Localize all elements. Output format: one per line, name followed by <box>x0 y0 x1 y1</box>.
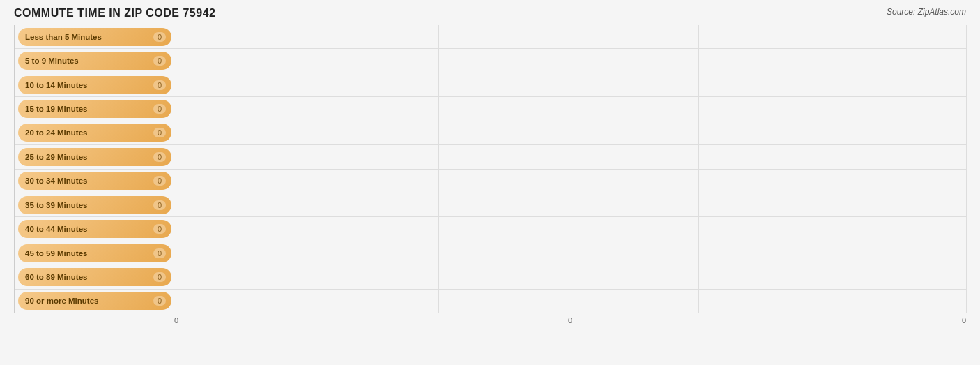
bar-row: 30 to 34 Minutes0 <box>15 170 966 193</box>
chart-header: COMMUTE TIME IN ZIP CODE 75942 Source: Z… <box>14 7 966 20</box>
bar-label-pill: 25 to 29 Minutes0 <box>18 148 171 166</box>
bar-label-value: 0 <box>153 32 166 42</box>
bar-label-pill: 30 to 34 Minutes0 <box>18 172 171 190</box>
bar-label-value: 0 <box>153 248 166 258</box>
bar-row: 25 to 29 Minutes0 <box>15 145 966 169</box>
chart-source: Source: ZipAtlas.com <box>887 7 966 17</box>
x-axis-label: 0 <box>962 316 966 325</box>
bar-label-pill: 20 to 24 Minutes0 <box>18 124 171 142</box>
bar-label-value: 0 <box>153 224 166 234</box>
bar-track <box>171 49 966 72</box>
bar-label-pill: 45 to 59 Minutes0 <box>18 244 171 262</box>
bar-track <box>171 217 966 240</box>
bar-label-text: 45 to 59 Minutes <box>25 249 149 258</box>
bar-label-pill: 90 or more Minutes0 <box>18 292 171 310</box>
bar-label-text: 60 to 89 Minutes <box>25 273 149 281</box>
bar-label-text: 40 to 44 Minutes <box>25 225 149 233</box>
bar-track <box>171 121 966 144</box>
bar-label-pill: 15 to 19 Minutes0 <box>18 100 171 118</box>
bar-label-value: 0 <box>153 296 166 306</box>
bar-row: 15 to 19 Minutes0 <box>15 97 966 121</box>
bar-track <box>171 145 966 168</box>
bar-label-text: 35 to 39 Minutes <box>25 201 149 209</box>
bar-track <box>171 265 966 288</box>
bar-label-value: 0 <box>153 104 166 114</box>
bar-label-text: 5 to 9 Minutes <box>25 57 149 65</box>
bar-label-value: 0 <box>153 80 166 90</box>
bar-track <box>171 170 966 193</box>
chart-area: Less than 5 Minutes05 to 9 Minutes010 to… <box>14 25 966 313</box>
bar-label-text: Less than 5 Minutes <box>25 33 149 41</box>
bar-label-text: 20 to 24 Minutes <box>25 128 149 137</box>
bar-label-pill: Less than 5 Minutes0 <box>18 28 171 46</box>
chart-container: COMMUTE TIME IN ZIP CODE 75942 Source: Z… <box>0 0 980 365</box>
bar-row: 35 to 39 Minutes0 <box>15 193 966 217</box>
bar-label-value: 0 <box>153 272 166 282</box>
bar-track <box>171 290 966 313</box>
bar-label-pill: 35 to 39 Minutes0 <box>18 196 171 214</box>
bar-label-text: 90 or more Minutes <box>25 297 149 305</box>
x-axis-label: 0 <box>174 316 178 325</box>
bar-label-value: 0 <box>153 200 166 210</box>
bar-label-pill: 5 to 9 Minutes0 <box>18 52 171 70</box>
bar-track <box>171 73 966 96</box>
bar-label-text: 15 to 19 Minutes <box>25 105 149 113</box>
bar-label-pill: 10 to 14 Minutes0 <box>18 76 171 94</box>
bar-label-text: 10 to 14 Minutes <box>25 81 149 89</box>
bar-label-value: 0 <box>153 56 166 66</box>
bar-label-value: 0 <box>153 128 166 137</box>
bar-row: 5 to 9 Minutes0 <box>15 49 966 73</box>
bar-label-text: 30 to 34 Minutes <box>25 177 149 185</box>
bar-track <box>171 193 966 216</box>
bar-label-value: 0 <box>153 176 166 186</box>
bar-row: 20 to 24 Minutes0 <box>15 121 966 145</box>
x-axis-label: 0 <box>568 316 572 325</box>
chart-title: COMMUTE TIME IN ZIP CODE 75942 <box>14 7 215 20</box>
bar-label-text: 25 to 29 Minutes <box>25 153 149 161</box>
bar-row: 60 to 89 Minutes0 <box>15 265 966 289</box>
bar-row: 40 to 44 Minutes0 <box>15 217 966 241</box>
bar-row: 90 or more Minutes0 <box>15 290 966 313</box>
bar-label-pill: 60 to 89 Minutes0 <box>18 268 171 286</box>
x-axis: 000 <box>14 313 966 325</box>
bar-label-value: 0 <box>153 152 166 162</box>
bar-track <box>171 25 966 48</box>
bar-track <box>171 97 966 120</box>
bar-row: 45 to 59 Minutes0 <box>15 241 966 265</box>
bar-row: 10 to 14 Minutes0 <box>15 73 966 97</box>
bar-label-pill: 40 to 44 Minutes0 <box>18 220 171 238</box>
grid-line <box>966 25 967 313</box>
bar-row: Less than 5 Minutes0 <box>15 25 966 49</box>
bar-track <box>171 241 966 265</box>
